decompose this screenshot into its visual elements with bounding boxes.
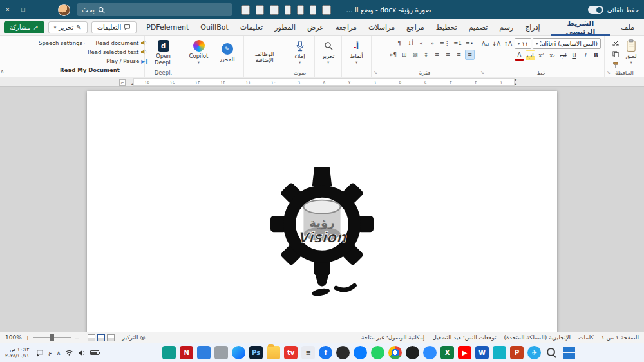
paragraph-button-sort[interactable]: أ↓ — [406, 38, 415, 48]
format-painter-button[interactable] — [611, 60, 620, 70]
paragraph-button-multilevel-list[interactable]: ⋮≡ — [439, 38, 451, 48]
taskbar-app-messenger[interactable] — [354, 346, 367, 359]
titlebar-icon-paragraph[interactable]: ¶ — [285, 5, 291, 15]
zoom-in-button[interactable]: + — [25, 334, 30, 341]
taskbar-app-folder[interactable] — [267, 346, 280, 359]
accessibility-status[interactable]: إمكانية الوصول: غير متاحة — [361, 334, 424, 341]
search-box[interactable]: بحث — [77, 3, 232, 16]
font-button-change-case[interactable]: Aa — [480, 39, 490, 49]
taskbar-app-camera[interactable] — [336, 346, 350, 359]
taskbar-app-edge[interactable] — [232, 346, 245, 359]
share-button[interactable]: ↗ مشاركة — [4, 21, 44, 33]
taskbar-app-whatsapp[interactable] — [371, 346, 384, 359]
taskbar-app-zoom[interactable] — [423, 346, 437, 359]
window-control-maximize[interactable]: □ — [15, 0, 31, 19]
tab-design[interactable]: تصميم — [463, 19, 494, 36]
text-predictions[interactable]: توقعات النص: قيد التشغيل — [432, 334, 496, 341]
paragraph-button-increase-indent[interactable]: » — [417, 38, 426, 48]
print-layout-view-button[interactable] — [97, 334, 105, 341]
tab-quillbot[interactable]: QuillBot — [194, 19, 234, 36]
collapse-ribbon-button[interactable]: ∧ — [0, 68, 5, 75]
paragraph-button-align-center[interactable]: ≡ — [454, 50, 464, 60]
speech-settings-button[interactable]: Speech settings — [39, 39, 85, 48]
font-button-superscript[interactable]: x² — [536, 50, 546, 61]
dictate-button[interactable]: إملاء ▾ — [287, 38, 313, 66]
titlebar-icon-styles[interactable]: A — [297, 5, 304, 15]
focus-mode-button[interactable]: ◎ التركيز — [122, 334, 146, 341]
paragraph-button-shading[interactable]: ▨ — [410, 50, 420, 60]
taskbar-app-excel[interactable]: X — [440, 346, 454, 359]
tab-insert[interactable]: إدراج — [519, 19, 545, 36]
styles-button[interactable]: أـ أنماط ▾ — [344, 38, 370, 66]
font-button-bold[interactable]: B — [591, 50, 601, 61]
read-action-read-selected-text[interactable]: Read selected text ▶‖ — [88, 48, 147, 57]
tab-developer[interactable]: المطور — [269, 19, 301, 36]
taskbar-app-tv[interactable]: tv — [284, 346, 298, 359]
font-family-combobox[interactable]: (النص الأساسي) Calibri▾ — [533, 38, 601, 49]
taskbar-app-search[interactable] — [545, 346, 558, 359]
read-action-read-document[interactable]: Read document ▶‖ — [88, 39, 147, 48]
input-language-indicator[interactable]: ع — [48, 350, 52, 356]
tab-layout[interactable]: تخطيط — [430, 19, 463, 36]
font-button-shrink-font[interactable]: A↓ — [491, 39, 502, 49]
zoom-slider-thumb[interactable] — [50, 334, 54, 341]
font-button-strikethrough[interactable]: اب — [558, 50, 568, 61]
taskbar-app-youtube[interactable]: ▶ — [458, 346, 471, 359]
addins-button[interactable]: الوظائف الإضافية — [247, 38, 281, 65]
tab-mailings[interactable]: مراسلات — [363, 19, 401, 36]
battery-icon[interactable] — [90, 350, 99, 355]
paragraph-button-numbering[interactable]: 1≡ — [452, 38, 463, 48]
tab-help[interactable]: تعليمات — [234, 19, 269, 36]
volume-icon[interactable] — [78, 350, 86, 356]
paragraph-button-borders[interactable]: ⊞ — [399, 50, 409, 60]
autosave-toggle[interactable] — [588, 6, 603, 14]
taskbar-app-chrome[interactable] — [388, 346, 402, 359]
language-indicator[interactable]: الإنجليزية (المملكة المتحدة) — [504, 334, 571, 341]
notifications-icon[interactable] — [36, 349, 44, 357]
taskbar-app-paint[interactable] — [493, 346, 506, 359]
editing-mode-button[interactable]: ✎ تحرير ▾ — [48, 21, 88, 33]
zoom-slider[interactable] — [33, 337, 71, 339]
paragraph-button-line-spacing[interactable]: ↕ — [421, 50, 431, 60]
cut-button[interactable] — [611, 38, 620, 48]
paragraph-button-align-right[interactable]: ≡ — [465, 50, 475, 60]
word-count[interactable]: كلمات — [578, 334, 594, 341]
editor-button[interactable]: ✎ المحرر — [214, 41, 240, 64]
titlebar-icon-undo[interactable]: ↺ — [242, 5, 250, 15]
taskbar-app-photoshop[interactable]: Ps — [249, 346, 263, 359]
paragraph-button-show-marks[interactable]: ¶ — [395, 38, 404, 48]
document-page[interactable]: رؤية Vision — [87, 91, 557, 332]
page-indicator[interactable]: الصفحة ١ من ١ — [601, 334, 639, 341]
hanging-indent-marker[interactable]: ▴ — [515, 82, 516, 86]
font-button-grow-font[interactable]: A↑ — [502, 39, 513, 49]
editing-button[interactable]: تحرير ▾ — [316, 38, 341, 66]
taskbar-app-start[interactable] — [562, 346, 576, 359]
font-button-italic[interactable]: I — [580, 50, 590, 61]
hidden-icons-chevron[interactable]: ∧ — [57, 350, 61, 356]
tab-pdfelement[interactable]: PDFelement — [140, 19, 194, 36]
horizontal-ruler[interactable]: ⌐ ١٢٣٤٥٦٧٨٩١٠١١١٢١٣١٤١٥ ▾ ▴ ▴ — [0, 77, 644, 87]
font-button-subscript[interactable]: x₂ — [547, 50, 557, 61]
paragraph-dialog-launcher[interactable]: ↘ — [374, 70, 377, 75]
window-control-close[interactable]: × — [0, 0, 15, 19]
paste-button[interactable]: لصق ▾ — [621, 38, 641, 66]
font-button-text-highlight[interactable]: اب — [526, 50, 535, 61]
comments-button[interactable]: التعليقات — [91, 21, 137, 33]
taskbar-app-facebook[interactable]: f — [319, 346, 332, 359]
taskbar-clock[interactable]: ١٠:١٣ ص ٢٠٢٥/١٠/١١ — [5, 347, 29, 359]
window-control-minimize[interactable]: — — [31, 0, 46, 19]
open-deepl-button[interactable]: d Open DeepL — [148, 38, 178, 67]
font-button-font-color[interactable]: A — [515, 51, 524, 61]
vision-logo-image[interactable]: رؤية Vision — [270, 167, 374, 301]
taskbar-app-files[interactable]: ≡ — [301, 346, 315, 359]
titlebar-icon-list[interactable]: ≡ — [310, 5, 316, 15]
paragraph-button-bullets[interactable]: •≡ — [464, 38, 475, 48]
left-indent-marker[interactable]: ▴ — [131, 82, 133, 86]
clipboard-dialog-launcher[interactable]: ↘ — [607, 70, 611, 75]
taskbar-app-netflix[interactable]: N — [180, 346, 193, 359]
read-action-play-pause[interactable]: Play / Pause ▶‖ — [88, 57, 147, 66]
font-dialog-launcher[interactable]: ↘ — [480, 70, 484, 75]
read-mode-view-button[interactable] — [107, 334, 115, 341]
font-size-combobox[interactable]: ١١▾ — [515, 38, 531, 49]
tab-draw[interactable]: رسم — [493, 19, 519, 36]
